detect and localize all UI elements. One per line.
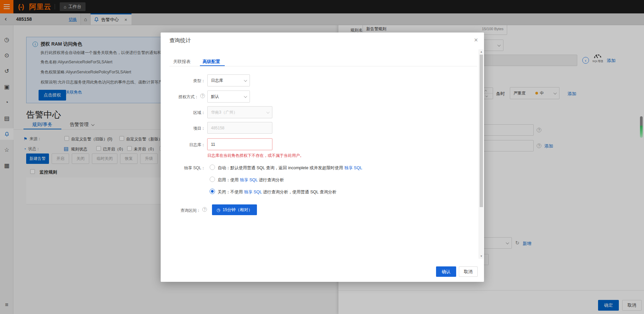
modal-close-icon[interactable]: × [474,37,478,43]
app-window: (-) 阿里云 ⌂ 工作台 ‹ 485158 切换 ⌂ 告警中心 × ◷ ⊙ ↺… [0,0,644,314]
modal-cancel-button[interactable]: 取消 [459,266,478,277]
type-select[interactable]: 日志库 [207,74,250,86]
modal-tabs-separator [169,66,477,66]
query-range-button[interactable]: ◷ 15分钟（相对） [212,204,257,215]
region-label: 区域： [161,110,205,116]
help-icon[interactable]: ? [200,93,205,98]
modal-scrollbar[interactable]: ▲ ▼ [479,49,483,259]
sql-disable-label: 关闭：不使用 独享 SQL 进行查询分析，使用普通 SQL 查询分析 [218,189,336,195]
scrollbar-thumb[interactable] [480,55,483,207]
type-label: 类型： [161,78,205,84]
tab-advanced-config[interactable]: 高级配置 [203,59,220,65]
dedicated-sql-link[interactable]: 独享 SQL [244,190,262,194]
project-field[interactable] [207,122,272,134]
chevron-down-icon [266,110,270,114]
dedicated-sql-link[interactable]: 独享 SQL [344,166,362,170]
query-range-value: 15分钟（相对） [223,207,253,213]
sql-auto-label: 自动：默认使用普通 SQL 查询，返回 incomplete 或并发超限时使用 … [218,165,362,171]
region-select[interactable]: 华南3（广州） [207,106,272,118]
dedicated-sql-label: 独享 SQL： [161,165,205,171]
tab-linked-reports[interactable]: 关联报表 [173,59,191,65]
chevron-down-icon [244,95,247,98]
logstore-error-text: 日志库在当前角色授权下不存在，或不属于当前用户。 [207,153,304,159]
sql-enable-radio[interactable] [210,177,215,182]
logstore-field[interactable] [207,138,272,150]
scroll-up-icon[interactable]: ▲ [479,49,484,54]
modal-title: 查询统计 [169,37,191,44]
query-range-label: 查询区间： [161,208,201,213]
clock-icon: ◷ [216,207,220,212]
auth-mode-label: 授权方式： [161,94,199,100]
project-label: 项目： [161,126,205,131]
sql-enable-label: 启用：使用 独享 SQL 进行查询分析 [218,177,284,183]
query-statistics-modal: 查询统计 × 关联报表 高级配置 类型： 日志库 授权方式： ? 默认 区域： … [161,33,484,282]
modal-confirm-button[interactable]: 确认 [436,266,456,277]
chevron-down-icon [244,78,247,82]
auth-mode-select[interactable]: 默认 [207,90,250,103]
type-value: 日志库 [211,78,223,83]
help-icon[interactable]: ? [202,207,207,212]
logstore-label: 日志库： [161,142,205,148]
dedicated-sql-link[interactable]: 独享 SQL [240,178,258,182]
scroll-down-icon[interactable]: ▼ [479,254,484,259]
sql-disable-radio[interactable] [210,189,215,194]
sql-auto-radio[interactable] [210,165,215,170]
auth-mode-value: 默认 [211,94,219,100]
region-value: 华南3（广州） [211,110,237,115]
